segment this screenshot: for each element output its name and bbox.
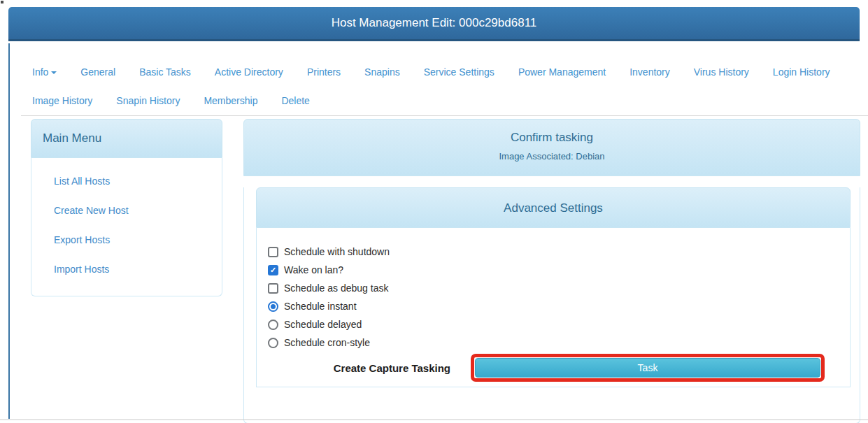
sidebar-item-export-hosts[interactable]: Export Hosts: [54, 235, 222, 245]
sidebar-item-create-new-host[interactable]: Create New Host: [54, 206, 222, 215]
schedule-cron-style-label: Schedule cron-style: [284, 337, 370, 348]
tab-basic-tasks[interactable]: Basic Tasks: [139, 66, 191, 78]
tab-membership[interactable]: Membership: [204, 95, 257, 106]
confirm-tasking-title: Confirm tasking: [244, 120, 860, 145]
main-menu-header: Main Menu: [31, 119, 222, 158]
advanced-settings-title: Advanced Settings: [257, 188, 850, 215]
tab-printers[interactable]: Printers: [307, 66, 341, 78]
task-button-highlight: Task: [471, 354, 825, 382]
tab-login-history[interactable]: Login History: [773, 66, 830, 78]
nav-bottom-divider: [21, 115, 868, 116]
option-row: Schedule instant: [268, 297, 839, 315]
tab-snapin-history[interactable]: Snapin History: [116, 95, 180, 106]
confirm-tasking-header: Confirm tasking Image Associated: Debian: [243, 119, 860, 176]
create-capture-tasking-label: Create Capture Tasking: [268, 362, 450, 374]
app-header-bar: Host Management Edit: 000c29bd6811: [8, 7, 860, 41]
advanced-settings-header: Advanced Settings: [256, 187, 851, 228]
page-left-border: [8, 43, 10, 419]
schedule-cron-style-radio[interactable]: [268, 338, 278, 348]
page-title: Host Management Edit: 000c29bd6811: [332, 16, 537, 30]
image-associated-label: Image Associated: Debian: [244, 151, 860, 162]
host-tab-nav: Info General Basic Tasks Active Director…: [32, 65, 861, 122]
tab-service-settings[interactable]: Service Settings: [424, 66, 495, 78]
schedule-with-shutdown-checkbox[interactable]: [268, 247, 278, 257]
create-capture-tasking-row: Create Capture Tasking Task: [268, 354, 839, 381]
advanced-settings-body: Schedule with shutdown ✓ Wake on lan? Sc…: [256, 228, 851, 387]
schedule-delayed-radio[interactable]: [268, 320, 278, 330]
sidebar-item-import-hosts[interactable]: Import Hosts: [54, 264, 222, 274]
main-menu-title: Main Menu: [43, 131, 101, 145]
confirm-tasking-body: Advanced Settings Schedule with shutdown…: [243, 187, 860, 423]
task-button[interactable]: Task: [475, 358, 820, 378]
tab-general[interactable]: General: [80, 66, 115, 78]
wake-on-lan-label: Wake on lan?: [284, 264, 343, 275]
advanced-settings-panel: Advanced Settings Schedule with shutdown…: [256, 187, 851, 387]
tab-power-management[interactable]: Power Management: [518, 66, 606, 78]
schedule-delayed-label: Schedule delayed: [284, 319, 362, 330]
option-row: Schedule with shutdown: [268, 243, 839, 261]
sidebar-item-list-all-hosts[interactable]: List All Hosts: [54, 176, 222, 186]
tab-active-directory[interactable]: Active Directory: [215, 66, 283, 78]
tab-snapins[interactable]: Snapins: [364, 66, 400, 78]
tab-delete[interactable]: Delete: [281, 95, 309, 106]
option-row: ✓ Wake on lan?: [268, 261, 839, 279]
schedule-instant-radio[interactable]: [268, 301, 278, 312]
tab-virus-history[interactable]: Virus History: [694, 66, 749, 78]
main-menu-body: List All Hosts Create New Host Export Ho…: [31, 158, 222, 296]
tab-info[interactable]: Info: [32, 66, 57, 78]
schedule-as-debug-task-label: Schedule as debug task: [284, 282, 388, 294]
option-row: Schedule as debug task: [268, 279, 839, 297]
option-row: Schedule cron-style: [268, 334, 839, 352]
confirm-tasking-panel: Confirm tasking Image Associated: Debian…: [243, 119, 860, 423]
main-menu-panel: Main Menu List All Hosts Create New Host…: [31, 119, 222, 296]
schedule-instant-label: Schedule instant: [284, 301, 357, 312]
wake-on-lan-checkbox[interactable]: ✓: [268, 265, 278, 275]
caret-down-icon: [51, 71, 57, 74]
tab-image-history[interactable]: Image History: [32, 95, 92, 106]
tab-inventory[interactable]: Inventory: [629, 66, 670, 78]
tab-nav-row-1: Info General Basic Tasks Active Director…: [32, 65, 861, 79]
tab-nav-row-2: Image History Snapin History Membership …: [32, 94, 861, 108]
schedule-with-shutdown-label: Schedule with shutdown: [284, 246, 390, 257]
page-bottom-divider: [0, 420, 868, 420]
checkmark-icon: ✓: [270, 266, 276, 274]
schedule-as-debug-task-checkbox[interactable]: [268, 283, 278, 294]
corner-artifact: [1, 1, 3, 3]
option-row: Schedule delayed: [268, 315, 839, 334]
